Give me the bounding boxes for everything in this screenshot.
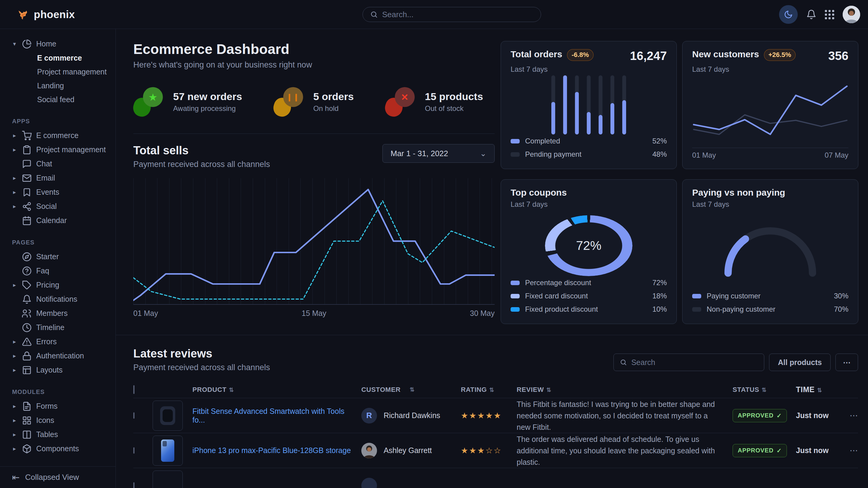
- sidebar-item-home[interactable]: ▾ Home: [0, 37, 116, 51]
- sidebar-subitem-social-feed[interactable]: Social feed: [0, 93, 116, 106]
- stat-new-orders: ★ 57 new orders Awating processing: [133, 87, 242, 117]
- sidebar-subitem-project-management[interactable]: Project management: [0, 65, 116, 79]
- column-rating[interactable]: RATING⇅: [461, 386, 517, 394]
- share-icon: [22, 202, 32, 211]
- out-of-stock-cross-icon: ✕: [385, 87, 416, 117]
- row-checkbox[interactable]: [133, 412, 134, 419]
- caret-right-icon: ▸: [11, 132, 18, 139]
- sidebar-item-timeline[interactable]: Timeline: [0, 320, 116, 334]
- moon-icon: [784, 10, 793, 19]
- orders-bar-chart: [547, 75, 631, 134]
- row-checkbox[interactable]: [133, 482, 134, 488]
- paying-gauge-chart: [716, 219, 825, 279]
- column-status[interactable]: STATUS⇅: [733, 386, 796, 394]
- product-link[interactable]: iPhone 13 pro max-Pacific Blue-128GB sto…: [192, 446, 351, 455]
- reviews-table: PRODUCT⇅ CUSTOMER⇅ RATING⇅ REVIEW⇅ STATU…: [133, 381, 858, 488]
- global-search[interactable]: [363, 7, 541, 22]
- select-all-checkbox[interactable]: [133, 385, 134, 394]
- column-product[interactable]: PRODUCT⇅: [192, 386, 361, 394]
- total-sells-x-axis: 01 May 15 May 30 May: [133, 309, 495, 318]
- total-orders-value: 16,247: [630, 49, 667, 63]
- sidebar-item-faq[interactable]: Faq: [0, 264, 116, 278]
- row-menu-icon[interactable]: ⋯: [838, 411, 858, 421]
- user-avatar[interactable]: [843, 6, 860, 23]
- sidebar-item-ecommerce[interactable]: ▸ E commerce: [0, 128, 116, 142]
- sidebar-item-icons[interactable]: ▸ Icons: [0, 413, 116, 427]
- theme-toggle-button[interactable]: [779, 5, 798, 24]
- collapse-view-label: Collapsed View: [25, 473, 79, 482]
- sidebar-section-modules: MODULES: [12, 389, 116, 395]
- trend-badge: +26.5%: [764, 49, 796, 61]
- review-time: Just now: [796, 446, 838, 455]
- status-badge: APPROVED✓: [733, 444, 787, 457]
- clipboard-icon: [22, 145, 32, 155]
- search-input[interactable]: [382, 10, 533, 19]
- sidebar-item-label: Social: [36, 202, 57, 211]
- sidebar-item-notifications[interactable]: Notifications: [0, 292, 116, 306]
- sort-icon: ⇅: [229, 387, 234, 393]
- column-review[interactable]: REVIEW⇅: [517, 386, 733, 394]
- column-customer[interactable]: CUSTOMER⇅: [361, 386, 461, 394]
- brand[interactable]: phoenix: [16, 0, 75, 29]
- card-title: Paying vs non paying: [692, 188, 785, 198]
- rating-stars: ★★★★★: [461, 411, 502, 420]
- sidebar-item-calendar[interactable]: Calendar: [0, 214, 116, 228]
- sidebar-item-label: Faq: [36, 266, 49, 275]
- sidebar-item-forms[interactable]: ▸ Forms: [0, 399, 116, 413]
- stat-out-of-stock: ✕ 15 products Out of stock: [385, 87, 483, 117]
- sidebar-item-members[interactable]: Members: [0, 306, 116, 320]
- compass-icon: [22, 252, 32, 262]
- date-range-select[interactable]: Mar 1 - 31, 2022 ⌄: [382, 144, 495, 163]
- product-link[interactable]: Fitbit Sense Advanced Smartwatch with To…: [192, 407, 344, 424]
- sidebar-item-project-management[interactable]: ▸ Project management: [0, 142, 116, 157]
- sidebar-item-authentication[interactable]: ▸ Authentication: [0, 349, 116, 363]
- sidebar-item-errors[interactable]: ▸ Errors: [0, 334, 116, 349]
- row-checkbox[interactable]: [133, 447, 134, 454]
- sidebar-item-pricing[interactable]: ▸ Pricing: [0, 278, 116, 292]
- sidebar-item-label: Chat: [36, 159, 52, 168]
- columns-icon: [22, 430, 32, 440]
- sidebar-item-email[interactable]: ▸ Email: [0, 171, 116, 185]
- sidebar-subitem-ecommerce[interactable]: E commerce: [0, 51, 116, 65]
- sidebar-section-pages: PAGES: [12, 239, 116, 246]
- more-actions-button[interactable]: ⋯: [835, 354, 858, 371]
- sidebar-item-label: Pricing: [36, 281, 59, 289]
- sidebar-subitem-landing[interactable]: Landing: [0, 79, 116, 93]
- help-circle-icon: [22, 266, 32, 276]
- check-icon: ✓: [777, 412, 782, 419]
- sidebar-item-label: Home: [36, 39, 56, 48]
- reviews-search[interactable]: [614, 354, 764, 371]
- sidebar-item-starter[interactable]: Starter: [0, 250, 116, 264]
- sidebar-item-label: Calendar: [36, 216, 67, 225]
- card-title: New customers: [692, 49, 759, 59]
- sort-icon: ⇅: [817, 387, 822, 393]
- sidebar-item-components[interactable]: ▸ Components: [0, 442, 116, 456]
- bookmark-icon: [22, 188, 32, 197]
- column-time[interactable]: TIME⇅: [796, 385, 838, 394]
- sidebar-item-label: Components: [36, 444, 79, 453]
- main-content: Ecommerce Dashboard Here's what's going …: [116, 0, 868, 488]
- collapse-view-toggle[interactable]: ⇤ Collapsed View: [0, 466, 116, 488]
- sidebar-item-social[interactable]: ▸ Social: [0, 199, 116, 214]
- caret-right-icon: ▸: [11, 203, 18, 210]
- sidebar-item-label: Tables: [36, 430, 58, 439]
- x-tick: 07 May: [825, 151, 848, 159]
- caret-right-icon: ▸: [11, 431, 18, 438]
- sidebar-item-tables[interactable]: ▸ Tables: [0, 427, 116, 442]
- new-customers-value: 356: [828, 49, 848, 63]
- caret-right-icon: ▸: [11, 282, 18, 289]
- product-thumbnail-iphone[interactable]: [153, 435, 183, 466]
- sidebar-item-chat[interactable]: Chat: [0, 157, 116, 171]
- sidebar-item-events[interactable]: ▸ Events: [0, 185, 116, 199]
- reviews-search-input[interactable]: [631, 358, 758, 367]
- customer-avatar: [361, 443, 377, 458]
- row-menu-icon[interactable]: ⋯: [838, 446, 858, 455]
- caret-right-icon: ▸: [11, 174, 18, 182]
- all-products-button[interactable]: All products: [769, 354, 831, 371]
- product-thumbnail[interactable]: [153, 470, 183, 488]
- bell-icon[interactable]: [806, 9, 816, 20]
- sidebar-item-layouts[interactable]: ▸ Layouts: [0, 363, 116, 377]
- file-text-icon: [22, 401, 32, 411]
- apps-grid-icon[interactable]: [825, 10, 834, 19]
- product-thumbnail-smartwatch[interactable]: [153, 400, 183, 431]
